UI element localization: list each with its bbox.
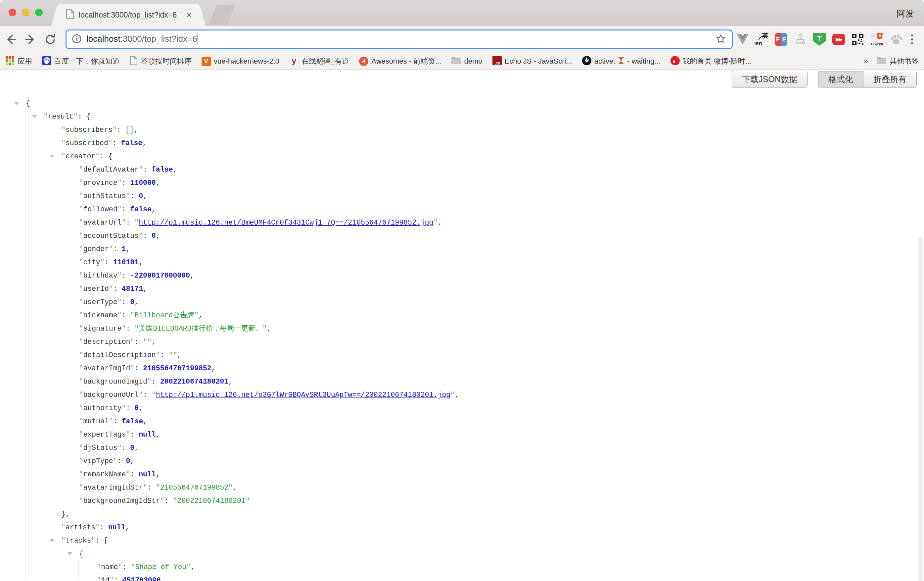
html5-player-extension-icon[interactable]: ⚙5PLAYER (870, 33, 884, 46)
apps-grid-icon (5, 56, 15, 66)
collapse-all-button[interactable]: 折叠所有 (863, 71, 917, 88)
bookmarks-overflow-chevron[interactable]: » (863, 56, 868, 66)
json-line: "defaultAvatar": false, (0, 163, 924, 176)
bookmark-label: 应用 (18, 56, 32, 66)
json-line: "userId": 48171, (0, 282, 924, 295)
close-window-button[interactable] (8, 8, 16, 16)
bookmark-item[interactable]: 〃我的首页 微博-随时... (670, 56, 752, 66)
json-line: "authStatus": 0, (0, 189, 924, 203)
page-info-icon[interactable] (72, 34, 82, 45)
new-tab-button[interactable] (208, 5, 235, 25)
collapse-triangle-icon[interactable] (32, 115, 37, 118)
json-key: avatarImgId (83, 364, 130, 372)
json-key: tracks (66, 536, 91, 545)
youdao-icon: y (289, 57, 299, 66)
vue-devtools-extension-icon[interactable] (736, 33, 749, 46)
json-link[interactable]: http://p1.music.126.net/BmeUMF4Cr0f3431C… (139, 218, 433, 227)
json-key: accountStatus (83, 232, 139, 240)
bookmark-item[interactable]: demo (451, 57, 482, 66)
bookmark-item[interactable]: 百度一下，你就知道 (42, 56, 120, 66)
json-line: "name": "Shape of You", (0, 561, 924, 574)
reload-button[interactable] (41, 30, 59, 49)
translate-extension-icon[interactable]: 英en (755, 33, 769, 46)
tab-close-icon[interactable]: × (184, 10, 194, 20)
json-value: 48171 (122, 285, 143, 293)
bookmark-label: 在线翻译_有道 (302, 56, 349, 66)
json-key: gender (83, 245, 109, 253)
json-value: 2002210674180201 (177, 497, 245, 505)
forward-button[interactable] (21, 30, 40, 49)
format-button[interactable]: 格式化 (818, 71, 863, 88)
download-json-button[interactable]: 下载JSON数据 (732, 71, 807, 88)
bookmark-item[interactable]: AAwesomes - 前端资... (359, 56, 441, 66)
json-value: 2105564767199852 (160, 483, 228, 492)
json-value: 美国BILLBOARD排行榜，每周一更新。 (139, 324, 262, 333)
minimize-window-button[interactable] (22, 8, 30, 16)
bookmark-item[interactable]: Vvue-hackernews-2.0 (201, 57, 279, 66)
qr-code-extension-icon[interactable] (851, 33, 865, 46)
bookmark-item[interactable]: 谷歌按时间排序 (130, 56, 191, 66)
back-button[interactable] (1, 30, 20, 49)
tab-title: localhost:3000/top_list?idx=6 (79, 11, 184, 20)
collapse-triangle-icon[interactable] (14, 102, 19, 105)
bookmark-item[interactable]: active:- waiting... (582, 56, 660, 66)
zoom-window-button[interactable] (35, 8, 43, 16)
echojs-icon: JS (492, 56, 502, 66)
tampermonkey-extension-icon[interactable]: T (813, 33, 826, 46)
other-bookmarks-folder[interactable]: 其他书签 (877, 56, 919, 66)
bookmark-label: 我的首页 微博-随时... (683, 56, 752, 66)
json-value: null (139, 430, 156, 439)
active-dl-icon (582, 56, 591, 66)
hourglass-icon (618, 57, 624, 66)
fe-helper-extension-icon[interactable]: FE (774, 33, 788, 46)
json-value: false (122, 417, 143, 425)
json-value: [] (125, 126, 134, 134)
collapse-triangle-icon[interactable] (67, 552, 73, 556)
collapse-triangle-icon[interactable] (50, 539, 54, 542)
bookmark-item[interactable]: y在线翻译_有道 (289, 56, 349, 66)
video-downloader-extension-icon[interactable]: ▶▶ (832, 33, 845, 46)
bookmark-item[interactable]: JSEcho JS - JavaScri... (492, 56, 572, 66)
window-controls (8, 8, 43, 16)
active-tab[interactable]: localhost:3000/top_list?idx=6 × (59, 4, 197, 26)
json-value: Billboard公告牌 (134, 311, 194, 319)
json-value: 110000 (130, 179, 155, 187)
json-viewer: {"result": {"subscribers": [],"subscribe… (0, 97, 924, 581)
bookmark-star-icon[interactable] (715, 33, 726, 46)
sitemap-extension-icon[interactable] (794, 33, 807, 46)
bookmark-label: active: (594, 57, 615, 66)
json-line: "signature": "美国BILLBOARD排行榜，每周一更新。", (0, 322, 924, 335)
page-favicon-icon (66, 9, 74, 20)
json-value: false (130, 205, 152, 214)
json-link[interactable]: http://p1.music.126.net/o3G7lWrGBQAvSRt3… (156, 391, 450, 399)
awesomes-icon: A (359, 57, 368, 66)
address-bar[interactable]: localhost:3000/top_list?idx=6 (66, 30, 733, 49)
json-key: birthday (83, 271, 117, 280)
vertical-scrollbar[interactable] (918, 237, 923, 581)
json-line: "authority": 0, (0, 401, 924, 415)
json-value: -2209017600000 (130, 271, 190, 280)
bookmark-item[interactable]: 应用 (5, 56, 32, 66)
json-line: "userType": 0, (0, 295, 924, 309)
json-line: "backgroundImgId": 2002210674180201, (0, 375, 924, 388)
json-key: nickname (83, 311, 117, 319)
collapse-triangle-icon[interactable] (50, 155, 54, 158)
browser-menu-icon[interactable] (906, 33, 918, 46)
json-key: authStatus (83, 192, 126, 200)
json-line: "backgroundUrl": "http://p1.music.126.ne… (0, 388, 924, 401)
paw-extension-icon[interactable] (889, 33, 903, 46)
json-key: mutual (83, 417, 109, 425)
profile-name[interactable]: 阿发 (897, 8, 914, 20)
json-line: "followed": false, (0, 203, 924, 216)
bookmark-label: 谷歌按时间排序 (141, 56, 191, 66)
url-path: :3000/top_list?idx=6 (120, 34, 197, 44)
url-text[interactable]: localhost:3000/top_list?idx=6 (86, 34, 715, 45)
json-value: 0 (139, 192, 143, 200)
browser-window: localhost:3000/top_list?idx=6 × 阿发 local… (0, 0, 924, 581)
json-key: detailDescription (83, 351, 155, 359)
json-key: expertTags (83, 430, 126, 439)
json-value: 0 (126, 457, 130, 465)
json-key: userType (83, 298, 117, 306)
json-value: 451703096 (122, 576, 160, 581)
json-line: "vipType": 0, (0, 454, 924, 468)
